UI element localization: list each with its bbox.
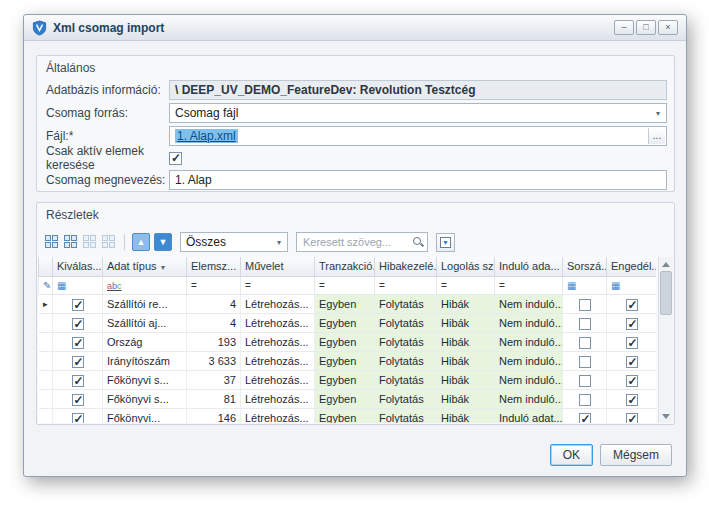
cell-operation[interactable]: Létrehozás... bbox=[241, 370, 315, 389]
cell-initial_data[interactable]: Nem induló... bbox=[495, 370, 563, 389]
checkbox-unchecked[interactable] bbox=[579, 299, 591, 311]
scrollbar-thumb[interactable] bbox=[660, 271, 672, 315]
cell-serial[interactable] bbox=[563, 332, 607, 351]
cell-count[interactable]: 4 bbox=[187, 313, 241, 332]
filter-cell-data_type[interactable]: abc bbox=[103, 276, 187, 294]
cell-initial_data[interactable]: Induló adat... bbox=[495, 408, 563, 423]
cell-operation[interactable]: Létrehozás... bbox=[241, 389, 315, 408]
cancel-button[interactable]: Mégsem bbox=[600, 444, 672, 466]
table-row[interactable]: Főkönyvi...146Létrehozás...EgybenFolytat… bbox=[39, 408, 657, 423]
cell-logging[interactable]: Hibák bbox=[437, 351, 495, 370]
column-header-enabled[interactable]: Engedél... bbox=[607, 257, 657, 276]
ok-button[interactable]: OK bbox=[550, 444, 593, 466]
cell-transaction[interactable]: Egyben bbox=[315, 332, 375, 351]
cell-enabled[interactable] bbox=[607, 370, 657, 389]
cell-data_type[interactable]: Irányítószám bbox=[103, 351, 187, 370]
cell-transaction[interactable]: Egyben bbox=[315, 351, 375, 370]
column-header-logging[interactable]: Logolás szi... bbox=[437, 257, 495, 276]
cell-initial_data[interactable]: Nem induló... bbox=[495, 389, 563, 408]
filter-cell-count[interactable]: = bbox=[187, 276, 241, 294]
checkbox-checked[interactable] bbox=[626, 375, 638, 387]
cell-selected[interactable] bbox=[53, 332, 103, 351]
package-source-select[interactable]: Csomag fájl ▾ bbox=[169, 103, 667, 123]
filter-cell-transaction[interactable]: = bbox=[315, 276, 375, 294]
cell-data_type[interactable]: Főkönyvi s... bbox=[103, 370, 187, 389]
checkbox-checked[interactable] bbox=[72, 299, 84, 311]
table-row[interactable]: Főkönyvi s...81Létrehozás...EgybenFolyta… bbox=[39, 389, 657, 408]
filter-cell-selected[interactable]: ▦ bbox=[53, 276, 103, 294]
cell-count[interactable]: 3 633 bbox=[187, 351, 241, 370]
cell-transaction[interactable]: Egyben bbox=[315, 408, 375, 423]
cell-enabled[interactable] bbox=[607, 332, 657, 351]
table-row[interactable]: Főkönyvi s...37Létrehozás...EgybenFolyta… bbox=[39, 370, 657, 389]
package-name-field[interactable]: 1. Alap bbox=[169, 170, 667, 190]
cell-data_type[interactable]: Szállítói re... bbox=[103, 294, 187, 313]
cell-serial[interactable] bbox=[563, 370, 607, 389]
cell-serial[interactable] bbox=[563, 313, 607, 332]
cell-data_type[interactable]: Ország bbox=[103, 332, 187, 351]
browse-button[interactable]: ... bbox=[648, 128, 665, 144]
filter-cell-enabled[interactable]: ▦ bbox=[607, 276, 657, 294]
cell-data_type[interactable]: Főkönyvi s... bbox=[103, 389, 187, 408]
title-bar[interactable]: Xml csomag import – □ × bbox=[24, 15, 686, 41]
cell-logging[interactable]: Hibák bbox=[437, 313, 495, 332]
cell-data_type[interactable]: Szállítói aj... bbox=[103, 313, 187, 332]
cell-initial_data[interactable]: Nem induló... bbox=[495, 332, 563, 351]
cell-error_handling[interactable]: Folytatás bbox=[375, 351, 437, 370]
cell-transaction[interactable]: Egyben bbox=[315, 294, 375, 313]
file-field[interactable]: 1. Alap.xml ... bbox=[169, 126, 667, 146]
cell-operation[interactable]: Létrehozás... bbox=[241, 313, 315, 332]
check-all-icon[interactable] bbox=[45, 235, 60, 250]
cell-error_handling[interactable]: Folytatás bbox=[375, 389, 437, 408]
column-header-data_type[interactable]: Adat típus▼ bbox=[103, 257, 187, 276]
data-grid[interactable]: Kiválas...Adat típus▼Elemsz...MűveletTra… bbox=[38, 257, 656, 423]
cell-enabled[interactable] bbox=[607, 389, 657, 408]
table-row[interactable]: Ország193Létrehozás...EgybenFolytatásHib… bbox=[39, 332, 657, 351]
uncheck-all-icon[interactable] bbox=[64, 235, 79, 250]
checkbox-unchecked[interactable] bbox=[579, 394, 591, 406]
column-header-operation[interactable]: Művelet bbox=[241, 257, 315, 276]
cell-operation[interactable]: Létrehozás... bbox=[241, 294, 315, 313]
cell-selected[interactable] bbox=[53, 351, 103, 370]
cell-enabled[interactable] bbox=[607, 294, 657, 313]
filter-cell-error_handling[interactable]: = bbox=[375, 276, 437, 294]
cell-transaction[interactable]: Egyben bbox=[315, 370, 375, 389]
move-up-button[interactable]: ▲ bbox=[132, 233, 150, 251]
cell-transaction[interactable]: Egyben bbox=[315, 313, 375, 332]
close-button[interactable]: × bbox=[658, 20, 678, 35]
cell-data_type[interactable]: Főkönyvi... bbox=[103, 408, 187, 423]
cell-count[interactable]: 146 bbox=[187, 408, 241, 423]
cell-logging[interactable]: Hibák bbox=[437, 370, 495, 389]
cell-initial_data[interactable]: Nem induló... bbox=[495, 313, 563, 332]
checkbox-checked[interactable] bbox=[72, 356, 84, 368]
cell-enabled[interactable] bbox=[607, 408, 657, 423]
checkbox-unchecked[interactable] bbox=[579, 375, 591, 387]
cell-count[interactable]: 81 bbox=[187, 389, 241, 408]
filter-cell-initial_data[interactable]: = bbox=[495, 276, 563, 294]
chevron-down-icon[interactable]: ▾ bbox=[650, 104, 666, 122]
cell-logging[interactable]: Hibák bbox=[437, 389, 495, 408]
scroll-down-icon[interactable] bbox=[659, 409, 673, 423]
cell-enabled[interactable] bbox=[607, 351, 657, 370]
column-header-selected[interactable]: Kiválas... bbox=[53, 257, 103, 276]
filter-cell-logging[interactable]: = bbox=[437, 276, 495, 294]
checkbox-checked[interactable] bbox=[626, 413, 638, 424]
cell-selected[interactable] bbox=[53, 294, 103, 313]
cell-error_handling[interactable]: Folytatás bbox=[375, 408, 437, 423]
active-only-checkbox[interactable] bbox=[169, 152, 182, 165]
filter-scope-dropdown[interactable]: Összes ▾ bbox=[180, 232, 288, 252]
cell-initial_data[interactable]: Nem induló... bbox=[495, 351, 563, 370]
checkbox-checked[interactable] bbox=[626, 356, 638, 368]
checkbox-checked[interactable] bbox=[626, 394, 638, 406]
checkbox-checked[interactable] bbox=[626, 318, 638, 330]
filter-cell-operation[interactable]: = bbox=[241, 276, 315, 294]
cell-logging[interactable]: Hibák bbox=[437, 332, 495, 351]
checkbox-checked[interactable] bbox=[72, 318, 84, 330]
cell-serial[interactable] bbox=[563, 351, 607, 370]
apply-filter-button[interactable]: ▼ bbox=[436, 233, 455, 252]
cell-error_handling[interactable]: Folytatás bbox=[375, 332, 437, 351]
table-row[interactable]: Irányítószám3 633Létrehozás...EgybenFoly… bbox=[39, 351, 657, 370]
column-header-initial_data[interactable]: Induló ada... bbox=[495, 257, 563, 276]
checkbox-unchecked[interactable] bbox=[579, 318, 591, 330]
cell-selected[interactable] bbox=[53, 408, 103, 423]
